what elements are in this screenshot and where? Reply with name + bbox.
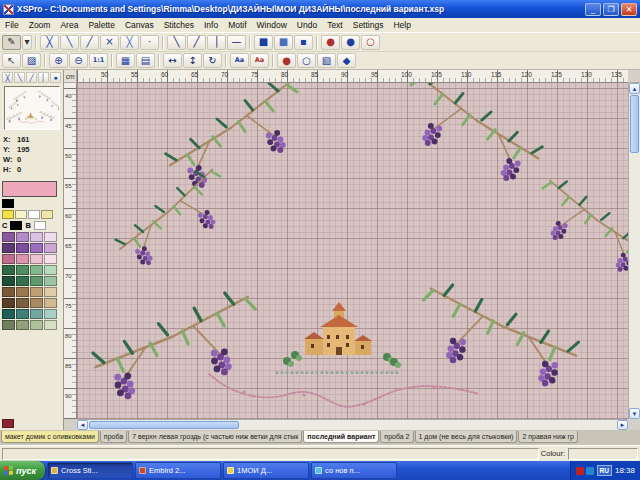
scroll-down-button[interactable]: ▼ [629, 408, 640, 419]
tray-icon-blue[interactable] [586, 467, 594, 475]
mini-half-button[interactable]: ╲ [14, 72, 25, 83]
color-swatch[interactable] [44, 320, 57, 330]
pattern-tab-3[interactable]: последний вариант [303, 431, 379, 443]
backstitch-forward-button[interactable]: ╱ [187, 35, 206, 50]
ruler-toggle-button[interactable]: ▤ [136, 53, 155, 68]
pattern-tab-4[interactable]: проба 2 [380, 431, 413, 443]
pattern-fill-button[interactable]: ▧ [317, 53, 336, 68]
color-swatch[interactable] [44, 232, 57, 242]
color-swatch[interactable] [30, 298, 43, 308]
color-swatch[interactable] [44, 287, 57, 297]
color-swatch[interactable] [16, 243, 29, 253]
menu-window[interactable]: Window [252, 20, 292, 30]
b-color-swatch[interactable] [34, 221, 46, 230]
petite-stitch-button[interactable]: · [140, 35, 159, 50]
color-swatch[interactable] [16, 298, 29, 308]
full-cross-stitch-button[interactable]: ╳ [40, 35, 59, 50]
menu-info[interactable]: Info [199, 20, 223, 30]
motif-stamp-button[interactable]: ◆ [337, 53, 356, 68]
close-button[interactable]: ✕ [621, 3, 637, 16]
three-quarter-stitch-button[interactable]: ╳ [120, 35, 139, 50]
scroll-right-button[interactable]: ► [617, 420, 628, 430]
long-stitch-button[interactable]: — [227, 35, 246, 50]
color-swatch[interactable] [2, 276, 15, 286]
color-swatch[interactable] [2, 210, 14, 219]
knot-red-button[interactable]: ● [277, 53, 296, 68]
horizontal-scroll-thumb[interactable] [89, 421, 239, 429]
menu-canvas[interactable]: Canvas [120, 20, 159, 30]
select-tool-button[interactable]: ↖ [2, 53, 21, 68]
color-swatch[interactable] [2, 232, 15, 242]
menu-motif[interactable]: Motif [223, 20, 251, 30]
color-swatch[interactable] [44, 276, 57, 286]
menu-undo[interactable]: Undo [292, 20, 322, 30]
mini-back-button[interactable]: │ [38, 72, 49, 83]
grid-toggle-button[interactable]: ▦ [116, 53, 135, 68]
color-swatch[interactable] [16, 320, 29, 330]
mini-quarter-button[interactable]: ╱ [26, 72, 37, 83]
menu-text[interactable]: Text [322, 20, 348, 30]
color-swatch[interactable] [44, 298, 57, 308]
taskbar-task[interactable]: со нов п... [311, 462, 397, 479]
menu-settings[interactable]: Settings [348, 20, 389, 30]
color-swatch[interactable] [2, 265, 15, 275]
half-stitch-forward-button[interactable]: ╱ [80, 35, 99, 50]
color-swatch[interactable] [2, 419, 14, 428]
menu-area[interactable]: Area [55, 20, 83, 30]
minimize-button[interactable]: _ [585, 3, 601, 16]
color-swatch[interactable] [44, 309, 57, 319]
language-indicator[interactable]: RU [597, 465, 612, 476]
zoom-out-button[interactable]: ⊖ [69, 53, 88, 68]
color-swatch[interactable] [2, 298, 15, 308]
full-block-button[interactable]: ■ [254, 35, 273, 50]
selected-color-swatch[interactable] [2, 181, 57, 197]
flip-horizontal-button[interactable]: ↔ [163, 53, 182, 68]
stitch-canvas[interactable] [77, 83, 628, 419]
pattern-tab-6[interactable]: 2 правая ниж гр [518, 431, 578, 443]
menu-help[interactable]: Help [388, 20, 415, 30]
color-swatch[interactable] [2, 243, 15, 253]
color-swatch[interactable] [30, 287, 43, 297]
pattern-tab-2[interactable]: 7 верхн левая гроздь (с частью ниж ветки… [128, 431, 302, 443]
text-small-button[interactable]: Aa [230, 53, 249, 68]
pencil-tool-button[interactable]: ✎ [2, 35, 21, 50]
color-swatch[interactable] [15, 210, 27, 219]
horizontal-scrollbar[interactable]: ◄ ► [77, 419, 628, 430]
bead-button[interactable]: ● [341, 35, 360, 50]
vertical-scroll-thumb[interactable] [630, 95, 639, 153]
tray-clock[interactable]: 18:38 [615, 466, 635, 475]
fill-tool-button[interactable]: ▨ [22, 53, 41, 68]
tray-icon-red[interactable] [576, 467, 584, 475]
color-swatch[interactable] [30, 254, 43, 264]
scroll-up-button[interactable]: ▲ [629, 83, 640, 94]
color-swatch[interactable] [44, 243, 57, 253]
mini-cross-button[interactable]: ╳ [2, 72, 13, 83]
zoom-in-button[interactable]: ⊕ [49, 53, 68, 68]
quarter-block-button[interactable]: ▪ [294, 35, 313, 50]
color-swatch[interactable] [44, 254, 57, 264]
color-swatch[interactable] [2, 254, 15, 264]
pattern-tab-0[interactable]: макет домик с оливковками [1, 431, 99, 443]
color-swatch[interactable] [16, 232, 29, 242]
straight-stitch-button[interactable]: │ [207, 35, 226, 50]
color-swatch[interactable] [30, 320, 43, 330]
zoom-actual-button[interactable]: 1:1 [89, 53, 108, 68]
pattern-tab-1[interactable]: проба [100, 431, 127, 443]
taskbar-task[interactable]: 1МОИ Д... [223, 462, 309, 479]
menu-file[interactable]: File [0, 20, 24, 30]
color-swatch[interactable] [2, 320, 15, 330]
start-button[interactable]: пуск [0, 461, 45, 480]
color-swatch[interactable] [2, 309, 15, 319]
quarter-stitch-button[interactable]: × [100, 35, 119, 50]
color-swatch[interactable] [16, 309, 29, 319]
color-swatch[interactable] [2, 199, 14, 208]
taskbar-task[interactable]: Embird 2... [135, 462, 221, 479]
color-swatch[interactable] [30, 265, 43, 275]
knot-blue-button[interactable]: ○ [297, 53, 316, 68]
color-swatch[interactable] [28, 210, 40, 219]
color-swatch[interactable] [2, 287, 15, 297]
color-swatch[interactable] [30, 232, 43, 242]
backstitch-button[interactable]: ╲ [167, 35, 186, 50]
menu-zoom[interactable]: Zoom [24, 20, 56, 30]
half-stitch-back-button[interactable]: ╲ [60, 35, 79, 50]
